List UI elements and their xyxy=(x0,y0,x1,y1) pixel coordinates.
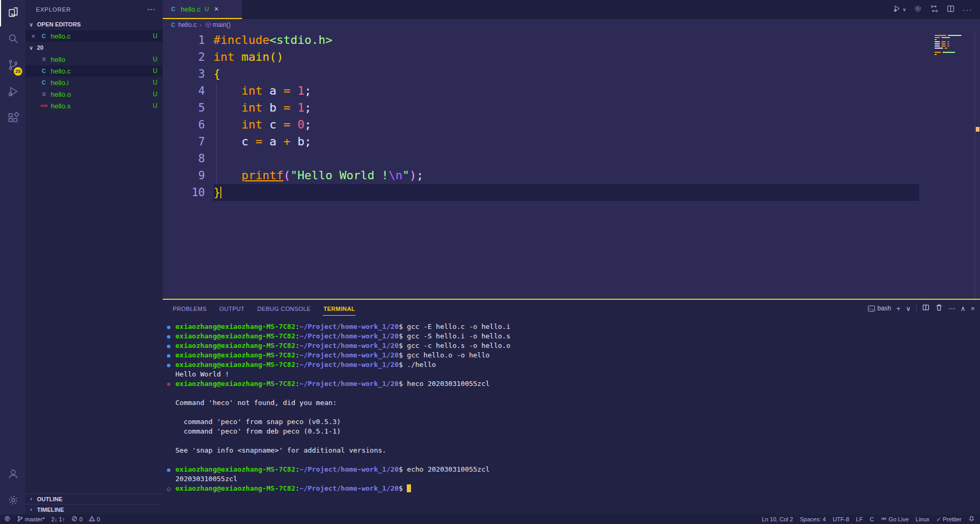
status-remote-indicator[interactable] xyxy=(4,516,11,523)
terminal-user: exiaozhang@exiaozhang-MS-7C82 xyxy=(175,323,295,330)
token: 0 xyxy=(297,118,304,131)
code-editor[interactable]: 1#include<stdio.h>2int main()3{4 int a =… xyxy=(163,31,980,299)
line-number[interactable]: 6 xyxy=(163,116,213,133)
panel-tab-debug-console[interactable]: DEBUG CONSOLE xyxy=(257,301,311,316)
token: ( xyxy=(283,169,290,182)
code-line[interactable]: 10} xyxy=(163,184,980,201)
close-editor-icon[interactable]: × xyxy=(30,32,37,40)
status-prettier[interactable]: ✓Prettier xyxy=(936,516,962,523)
timeline-section[interactable]: › TIMELINE xyxy=(25,504,163,514)
split-terminal-button[interactable] xyxy=(922,304,930,313)
activity-item-extensions[interactable] xyxy=(0,106,25,132)
code-line[interactable]: 5 int b = 1; xyxy=(163,99,980,116)
token xyxy=(213,169,241,182)
code-line[interactable]: 2int main() xyxy=(163,49,980,66)
close-panel-button[interactable]: × xyxy=(970,305,975,312)
panel-tab-terminal[interactable]: TERMINAL xyxy=(323,301,356,316)
more-actions-button[interactable]: ··· xyxy=(963,5,973,14)
terminal-colon: : xyxy=(295,380,300,388)
terminal-command-line: ●exiaozhang@exiaozhang-MS-7C82:~/Project… xyxy=(167,351,980,360)
outline-section[interactable]: › OUTLINE xyxy=(25,493,163,504)
more-actions-button[interactable]: ⋯ xyxy=(948,305,955,312)
file-lines-icon: ≡ xyxy=(40,90,48,98)
code-line[interactable]: 8 xyxy=(163,150,980,167)
status-notifications[interactable] xyxy=(968,516,975,523)
status-git-branch[interactable]: master* xyxy=(17,516,45,523)
run-or-debug-button[interactable]: ∨ xyxy=(893,4,906,15)
terminal-shell-selector[interactable]: bash xyxy=(867,305,891,312)
code-line[interactable]: 3{ xyxy=(163,66,980,82)
activity-item-explorer[interactable] xyxy=(0,0,25,26)
tab-hello.c[interactable]: Chello.cU× xyxy=(163,0,242,19)
line-number[interactable]: 9 xyxy=(163,167,213,184)
status-indentation[interactable]: Spaces: 4 xyxy=(800,516,826,522)
tree-item-hello.s[interactable]: ASMhello.sU xyxy=(25,100,163,112)
terminal-output-text: 202030310055zcl xyxy=(175,475,237,483)
tree-item-hello.o[interactable]: ≡hello.oU xyxy=(25,88,163,100)
line-number[interactable]: 10 xyxy=(163,184,213,201)
token xyxy=(213,84,241,97)
minimap[interactable] xyxy=(935,35,972,55)
breadcrumb[interactable]: C hello.c › main() xyxy=(163,19,980,31)
breadcrumb-symbol[interactable]: main() xyxy=(205,21,231,29)
code-line[interactable]: 4 int a = 1; xyxy=(163,82,980,99)
token: printf xyxy=(241,169,283,182)
breadcrumb-file[interactable]: hello.c xyxy=(178,21,197,29)
activity-item-search[interactable] xyxy=(0,26,25,53)
tree-item-hello[interactable]: ≡helloU xyxy=(25,53,163,65)
token: a xyxy=(263,84,284,97)
line-number[interactable]: 5 xyxy=(163,99,213,116)
status-go-live[interactable]: Go Live xyxy=(881,516,909,523)
code-line[interactable]: 7 c = a + b; xyxy=(163,133,980,150)
minimap-mark xyxy=(935,41,940,42)
activity-item-run-and-debug[interactable] xyxy=(0,79,25,106)
status-os[interactable]: Linux xyxy=(916,516,929,522)
minimap-line xyxy=(935,50,972,51)
line-number[interactable]: 1 xyxy=(163,32,213,49)
open-editor-row-hello-c[interactable]: × C hello.c U xyxy=(25,30,163,42)
terminal-cwd: ~/Project/home-work_1/20 xyxy=(300,323,399,330)
code-line[interactable]: 6 int c = 0; xyxy=(163,116,980,133)
activity-item-source-control[interactable]: 25 xyxy=(0,53,25,79)
line-number[interactable]: 8 xyxy=(163,150,213,167)
activity-item-accounts[interactable] xyxy=(0,462,25,488)
line-number[interactable]: 7 xyxy=(163,133,213,150)
overview-ruler-scrollbar[interactable] xyxy=(975,31,980,299)
maximize-panel-button[interactable]: ∧ xyxy=(960,305,966,312)
panel-tab-output[interactable]: OUTPUT xyxy=(219,301,245,316)
tree-item-hello.c[interactable]: Chello.cU xyxy=(25,65,163,77)
tree-item-hello.i[interactable]: Chello.iU xyxy=(25,77,163,88)
terminal[interactable]: ●exiaozhang@exiaozhang-MS-7C82:~/Project… xyxy=(163,317,980,514)
status-warnings[interactable]: 0 xyxy=(89,516,100,523)
terminal-blank-line xyxy=(167,455,980,465)
open-changes-button[interactable] xyxy=(930,4,939,15)
new-terminal-button[interactable]: + xyxy=(897,305,901,312)
folder-section-header[interactable]: ∨ 20 xyxy=(25,42,163,53)
launch-profile-chevron-button[interactable]: ∨ xyxy=(906,305,911,312)
status-eol[interactable]: LF xyxy=(856,516,863,522)
line-number[interactable]: 2 xyxy=(163,49,213,66)
status-encoding[interactable]: UTF-8 xyxy=(833,516,849,522)
status-errors[interactable]: 0 xyxy=(71,516,82,523)
split-editor-button[interactable] xyxy=(946,4,955,15)
symbol-namespace-icon xyxy=(205,22,211,28)
activity-item-manage[interactable] xyxy=(0,488,25,514)
explorer-more-actions-icon[interactable]: ⋯ xyxy=(147,4,156,14)
close-tab-icon[interactable]: × xyxy=(214,5,219,13)
code-line[interactable]: 9 printf("Hello World !\n"); xyxy=(163,167,980,184)
line-number[interactable]: 4 xyxy=(163,82,213,99)
token: ; xyxy=(304,118,311,131)
token xyxy=(213,101,241,114)
settings-gear-button[interactable] xyxy=(913,4,922,15)
git-status-badge: U xyxy=(153,56,157,63)
minimap-line xyxy=(935,54,972,55)
open-editors-section-header[interactable]: ∨ OPEN EDITORS xyxy=(25,19,163,30)
status-language-mode[interactable]: C xyxy=(870,516,874,522)
code-line[interactable]: 1#include<stdio.h> xyxy=(163,32,980,49)
panel-tab-problems[interactable]: PROBLEMS xyxy=(172,301,207,316)
kill-terminal-button[interactable] xyxy=(935,304,943,313)
status-cursor-position[interactable]: Ln 10, Col 2 xyxy=(762,516,793,522)
status-git-sync[interactable]: 2↓ 1↑ xyxy=(51,516,65,522)
line-number[interactable]: 3 xyxy=(163,66,213,82)
tab-dirty-badge: U xyxy=(205,6,209,12)
